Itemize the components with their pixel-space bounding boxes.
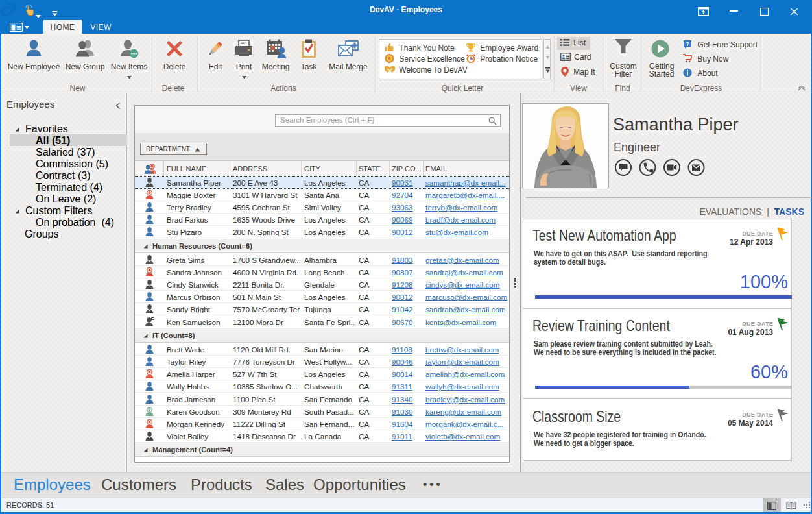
svg-text:?: ?	[686, 41, 689, 47]
